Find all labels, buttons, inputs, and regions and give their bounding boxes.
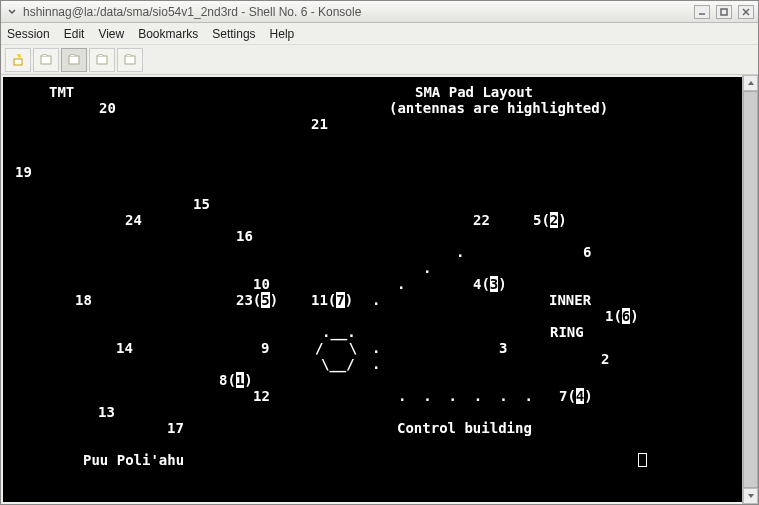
label-inner: INNER [549,293,591,307]
pad-18: 18 [75,293,92,307]
scroll-thumb[interactable] [743,91,758,488]
title-line-1: SMA Pad Layout [415,85,533,99]
menu-view[interactable]: View [98,27,124,41]
menubar: Session Edit View Bookmarks Settings Hel… [1,23,758,45]
konsole-window: hshinnag@la:/data/sma/sio54v1_2nd3rd - S… [0,0,759,505]
scroll-up-button[interactable] [743,75,758,91]
pad-14: 14 [116,341,133,355]
pad-4-3: 4(3) [473,277,507,291]
maximize-button[interactable] [716,5,732,19]
pad-16: 16 [236,229,253,243]
pad-6: 6 [583,245,591,259]
scrollbar[interactable] [742,75,758,504]
dot: . [372,357,380,371]
title-line-2: (antennas are highlighted) [389,101,608,115]
tab-button-1[interactable] [33,48,59,72]
pad-8-1: 8(1) [219,373,253,387]
dot: . [456,245,464,259]
dot: . [423,261,431,275]
window-title: hshinnag@la:/data/sma/sio54v1_2nd3rd - S… [23,5,688,19]
terminal[interactable]: TMT SMA Pad Layout (antennas are highlig… [3,77,756,502]
close-button[interactable] [738,5,754,19]
svg-rect-6 [69,56,79,64]
menu-edit[interactable]: Edit [64,27,85,41]
pad-19: 19 [15,165,32,179]
scroll-track[interactable] [743,91,758,488]
pad-12: 12 [253,389,270,403]
pad-20: 20 [99,101,116,115]
new-tab-button[interactable] [5,48,31,72]
tab-button-2[interactable] [61,48,87,72]
dot: . [372,341,380,355]
pad-7-4: 7(4) [559,389,593,403]
titlebar: hshinnag@la:/data/sma/sio54v1_2nd3rd - S… [1,1,758,23]
dot-row: . . . . . . [398,389,533,403]
scroll-down-button[interactable] [743,488,758,504]
terminal-cursor [638,453,647,467]
dot: . [372,293,380,307]
menu-settings[interactable]: Settings [212,27,255,41]
dot: . [397,277,405,291]
label-ring: RING [550,325,584,339]
pad-23-5: 23(5) [236,293,278,307]
pad-10: 10 [253,277,270,291]
label-control: Control building [397,421,532,435]
tab-button-4[interactable] [117,48,143,72]
svg-rect-5 [41,56,51,64]
tab-button-3[interactable] [89,48,115,72]
pad-21: 21 [311,117,328,131]
label-puu: Puu Poli'ahu [83,453,184,467]
terminal-container: TMT SMA Pad Layout (antennas are highlig… [1,75,758,504]
hex-bot: \__/ [321,357,355,371]
pad-22: 22 [473,213,490,227]
svg-rect-8 [125,56,135,64]
hex-mid: / \ [315,341,357,355]
menu-bookmarks[interactable]: Bookmarks [138,27,198,41]
hex-top: .__. [322,325,356,339]
pad-5-2: 5(2) [533,213,567,227]
svg-rect-7 [97,56,107,64]
pad-1-6: 1(6) [605,309,639,323]
pad-24: 24 [125,213,142,227]
menu-help[interactable]: Help [270,27,295,41]
minimize-button[interactable] [694,5,710,19]
pad-17: 17 [167,421,184,435]
app-menu-icon[interactable] [5,7,19,17]
label-tmt: TMT [49,85,74,99]
pad-2: 2 [601,352,609,366]
pad-15: 15 [193,197,210,211]
svg-rect-4 [14,59,22,65]
pad-3: 3 [499,341,507,355]
svg-rect-1 [721,9,727,15]
pad-11-7: 11(7) [311,293,353,307]
menu-session[interactable]: Session [7,27,50,41]
pad-13: 13 [98,405,115,419]
toolbar [1,45,758,75]
pad-9: 9 [261,341,269,355]
